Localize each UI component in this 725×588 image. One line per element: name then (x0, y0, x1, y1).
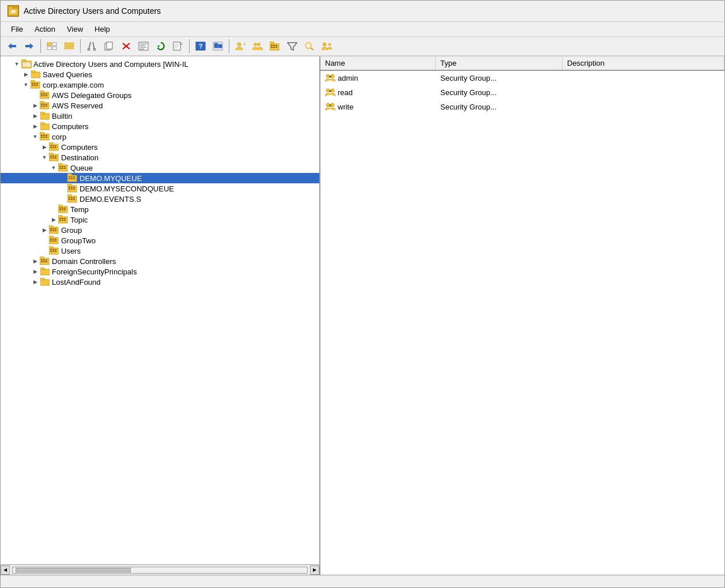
expand-queue[interactable]: ▼ (49, 163, 58, 172)
scroll-thumb[interactable] (16, 568, 131, 572)
expand-builtin[interactable]: ▶ (31, 111, 40, 120)
col-header-description[interactable]: Description (562, 56, 724, 70)
svg-rect-96 (43, 135, 45, 136)
svg-rect-116 (55, 157, 56, 159)
folder-icon-builtin (40, 111, 50, 120)
tree-label-builtin: Builtin (52, 112, 72, 120)
new-user-button[interactable]: + (232, 39, 248, 54)
find-button[interactable] (301, 39, 318, 54)
export-button[interactable] (170, 39, 186, 54)
back-button[interactable] (4, 39, 20, 54)
expand-corp[interactable]: ▼ (31, 132, 40, 141)
svg-rect-139 (71, 189, 73, 190)
list-row-write[interactable]: write Security Group... (320, 100, 724, 114)
refresh-button[interactable] (153, 39, 169, 54)
ou-icon-aws-reserved (40, 101, 50, 110)
svg-rect-128 (71, 176, 73, 178)
help-button[interactable]: ? (192, 39, 209, 54)
tree-item-corp-example[interactable]: ▼ corp.example.com (1, 80, 319, 90)
tree-label-demo-events: DEMO.EVENTS.S (80, 195, 141, 203)
tree-item-topic[interactable]: ▶ Topic (1, 214, 319, 225)
list-cell-admin-desc (562, 77, 724, 79)
svg-marker-5 (8, 43, 12, 49)
svg-rect-144 (71, 197, 73, 198)
tree-item-demo-myqueue[interactable]: DEMO.MYQUEUE (1, 173, 319, 183)
expand-topic[interactable]: ▶ (49, 215, 58, 224)
menu-help[interactable]: Help (89, 23, 116, 35)
tree-item-users[interactable]: Users (1, 246, 319, 256)
copy-button[interactable] (101, 39, 117, 54)
expand-destination[interactable]: ▼ (40, 153, 49, 162)
col-header-name[interactable]: Name (320, 56, 436, 70)
svg-point-209 (329, 104, 331, 107)
expand-computers-top[interactable]: ▶ (31, 122, 40, 131)
menu-view[interactable]: View (61, 23, 89, 35)
cut-button[interactable] (84, 39, 100, 54)
svg-marker-7 (30, 43, 33, 49)
filter-button[interactable] (284, 39, 300, 54)
tree-item-temp[interactable]: Temp (1, 204, 319, 214)
properties-button[interactable] (135, 39, 152, 54)
list-view-button[interactable] (61, 39, 77, 54)
expand-foreign-security[interactable]: ▶ (31, 267, 40, 276)
main-area: ▼ Active Directory Users and Computers [… (1, 56, 724, 575)
expand-group[interactable]: ▶ (40, 225, 49, 235)
view-button[interactable] (44, 39, 60, 54)
expand-corp-example[interactable]: ▼ (21, 80, 31, 89)
svg-rect-71 (34, 85, 36, 86)
expand-domain-controllers[interactable]: ▶ (31, 257, 40, 266)
horizontal-scrollbar[interactable]: ◀ ▶ (1, 564, 319, 575)
menu-action[interactable]: Action (29, 23, 61, 35)
ou-icon-group (49, 225, 59, 235)
tree-item-builtin[interactable]: ▶ Builtin (1, 111, 319, 121)
svg-rect-191 (41, 259, 43, 261)
menu-file[interactable]: File (5, 23, 29, 35)
expand-saved-queries[interactable]: ▶ (21, 70, 31, 79)
tree-view[interactable]: ▼ Active Directory Users and Computers [… (1, 56, 319, 564)
expand-lost-found[interactable]: ▶ (31, 277, 40, 287)
tree-item-root[interactable]: ▼ Active Directory Users and Computers [… (1, 59, 319, 69)
toolbar-sep-3 (189, 39, 190, 53)
expand-corp-computers[interactable]: ▶ (40, 142, 49, 152)
tree-item-lost-found[interactable]: ▶ LostAndFound (1, 277, 319, 287)
tree-item-corp-computers[interactable]: ▶ Computers (1, 142, 319, 152)
toolbar-sep-2 (80, 39, 81, 53)
connect-dc-button[interactable] (210, 39, 226, 54)
tree-item-aws-reserved[interactable]: ▶ AWS Reserved (1, 100, 319, 111)
tree-item-grouptwo[interactable]: GroupTwo (1, 235, 319, 246)
svg-rect-103 (50, 145, 52, 146)
tree-label-temp: Temp (70, 205, 89, 214)
svg-rect-126 (67, 174, 71, 176)
list-row-admin[interactable]: admin Security Group... (320, 71, 724, 85)
forward-button[interactable] (21, 39, 37, 54)
tree-item-destination[interactable]: ▼ Destination (1, 152, 319, 163)
scroll-left-btn[interactable]: ◀ (1, 566, 10, 575)
scroll-right-btn[interactable]: ▶ (310, 566, 319, 575)
tree-item-demo-mysecondqueue[interactable]: DEMO.MYSECONDQUEUE (1, 183, 319, 194)
tree-item-queue[interactable]: ▼ Queue (1, 163, 319, 173)
tree-item-aws-delegated[interactable]: AWS Delegated Groups (1, 90, 319, 100)
tree-label-grouptwo: GroupTwo (61, 236, 96, 245)
list-row-read[interactable]: read Security Group... (320, 85, 724, 100)
delegate-button[interactable] (319, 39, 335, 54)
new-group-button[interactable] (250, 39, 266, 54)
svg-rect-78 (41, 95, 43, 96)
svg-rect-100 (46, 137, 47, 138)
expand-aws-reserved[interactable]: ▶ (31, 101, 40, 110)
tree-item-demo-events[interactable]: DEMO.EVENTS.S (1, 194, 319, 204)
list-cell-read-name: read (320, 86, 436, 98)
scroll-track[interactable] (12, 567, 308, 574)
col-header-type[interactable]: Type (436, 56, 562, 70)
svg-rect-150 (58, 205, 62, 207)
delete-button[interactable] (118, 39, 134, 54)
expand-root[interactable]: ▼ (12, 59, 21, 69)
tree-item-computers-top[interactable]: ▶ Computers (1, 121, 319, 131)
tree-item-foreign-security[interactable]: ▶ ForeignSecurityPrincipals (1, 266, 319, 277)
tree-item-group[interactable]: ▶ Group (1, 225, 319, 235)
tree-item-domain-controllers[interactable]: ▶ Domain Controllers (1, 256, 319, 266)
svg-rect-120 (62, 166, 63, 167)
tree-item-saved-queries[interactable]: ▶ Saved Queries (1, 69, 319, 80)
tree-item-corp[interactable]: ▼ corp (1, 131, 319, 142)
svg-rect-193 (46, 259, 47, 261)
new-ou-button[interactable] (267, 39, 283, 54)
